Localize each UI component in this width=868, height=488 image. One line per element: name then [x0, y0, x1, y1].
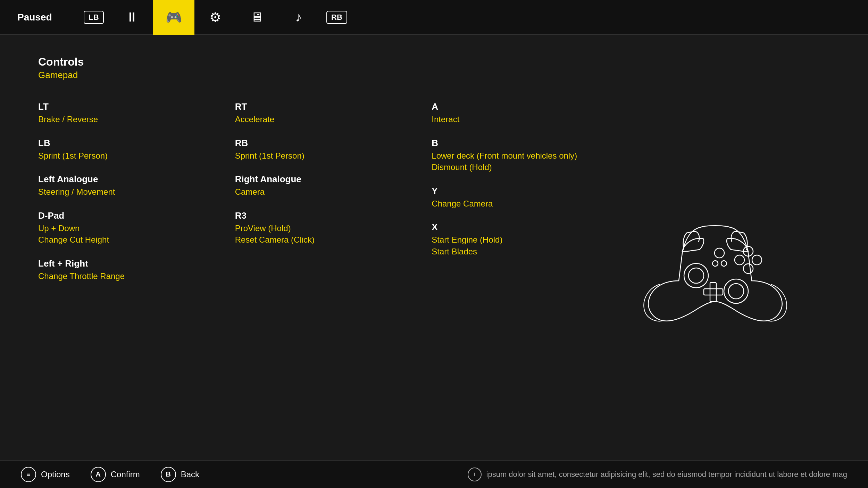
- nav-gamepad-button[interactable]: 🎮: [153, 0, 194, 35]
- control-left-right: Left + Right Change Throttle Range: [38, 258, 235, 282]
- settings-icon: ⚙: [209, 10, 221, 25]
- options-action[interactable]: ≡ Options: [21, 467, 70, 482]
- confirm-action[interactable]: A Confirm: [91, 467, 140, 482]
- audio-icon: ♪: [295, 10, 302, 25]
- info-icon: i: [468, 468, 482, 481]
- menu-button: [712, 261, 718, 266]
- controls-columns: LT Brake / Reverse LB Sprint (1st Person…: [38, 101, 628, 439]
- control-a: A Interact: [432, 101, 628, 125]
- main-content: Controls Gamepad LT Brake / Reverse LB S…: [0, 35, 868, 460]
- control-b: B Lower deck (Front mount vehicles only)…: [432, 138, 628, 173]
- back-action[interactable]: B Back: [161, 467, 199, 482]
- right-bumper-shape: [727, 238, 748, 251]
- confirm-label: Confirm: [111, 470, 140, 479]
- nav-rb-button[interactable]: RB: [319, 0, 354, 35]
- button-x: [735, 255, 744, 265]
- control-left-analogue: Left Analogue Steering / Movement: [38, 174, 235, 198]
- left-thumbstick-inner: [688, 268, 704, 283]
- dpad-vertical: [710, 283, 716, 302]
- nav-settings-button[interactable]: ⚙: [194, 0, 236, 35]
- control-r3: R3 ProView (Hold)Reset Camera (Click): [235, 210, 432, 246]
- view-button: [721, 261, 727, 266]
- section-subtitle: Gamepad: [38, 70, 830, 81]
- options-label: Options: [41, 470, 70, 479]
- control-y: Y Change Camera: [432, 186, 628, 210]
- info-text: ipsum dolor sit amet, consectetur adipis…: [486, 470, 847, 479]
- back-icon: B: [161, 467, 176, 482]
- options-icon: ≡: [21, 467, 36, 482]
- nav-items: LB ⏸ 🎮 ⚙ 🖥 ♪ RB: [76, 0, 868, 35]
- controls-column-middle: RT Accelerate RB Sprint (1st Person) Rig…: [235, 101, 432, 439]
- nav-display-button[interactable]: 🖥: [236, 0, 278, 35]
- controller-diagram: [628, 101, 802, 439]
- nav-pause-button[interactable]: ⏸: [111, 0, 153, 35]
- button-a: [743, 264, 753, 274]
- bottom-actions: ≡ Options A Confirm B Back: [21, 467, 199, 482]
- controls-column-left: LT Brake / Reverse LB Sprint (1st Person…: [38, 101, 235, 439]
- right-thumbstick: [724, 279, 748, 303]
- control-lt: LT Brake / Reverse: [38, 101, 235, 125]
- control-right-analogue: Right Analogue Camera: [235, 174, 432, 198]
- top-nav-bar: Paused LB ⏸ 🎮 ⚙ 🖥 ♪ RB: [0, 0, 868, 35]
- controller-svg: [642, 218, 788, 322]
- control-rt: RT Accelerate: [235, 101, 432, 125]
- nav-lb-button[interactable]: LB: [76, 0, 111, 35]
- control-x: X Start Engine (Hold)Start Blades: [432, 222, 628, 257]
- control-dpad: D-Pad Up + DownChange Cut Height: [38, 210, 235, 246]
- section-title: Controls: [38, 56, 830, 68]
- control-lb: LB Sprint (1st Person): [38, 138, 235, 162]
- display-icon: 🖥: [250, 10, 264, 25]
- controls-area: LT Brake / Reverse LB Sprint (1st Person…: [38, 101, 830, 439]
- back-label: Back: [181, 470, 199, 479]
- confirm-icon: A: [91, 467, 106, 482]
- dpad-horizontal: [704, 289, 723, 295]
- left-thumbstick: [684, 263, 708, 288]
- rb-label: RB: [326, 11, 347, 24]
- control-rb: RB Sprint (1st Person): [235, 138, 432, 162]
- left-bumper-shape: [682, 238, 704, 251]
- pause-icon: ⏸: [125, 10, 139, 25]
- bottom-bar: ≡ Options A Confirm B Back i ipsum dolor…: [0, 460, 868, 488]
- controls-column-right: A Interact B Lower deck (Front mount veh…: [432, 101, 628, 439]
- gamepad-icon: 🎮: [166, 10, 182, 25]
- home-button: [715, 248, 724, 258]
- lb-label: LB: [84, 11, 103, 24]
- controller-body: [648, 226, 782, 321]
- right-thumbstick-inner: [728, 284, 744, 299]
- button-b: [752, 255, 762, 265]
- bottom-info: i ipsum dolor sit amet, consectetur adip…: [468, 468, 847, 481]
- nav-audio-button[interactable]: ♪: [278, 0, 319, 35]
- paused-label: Paused: [0, 12, 76, 23]
